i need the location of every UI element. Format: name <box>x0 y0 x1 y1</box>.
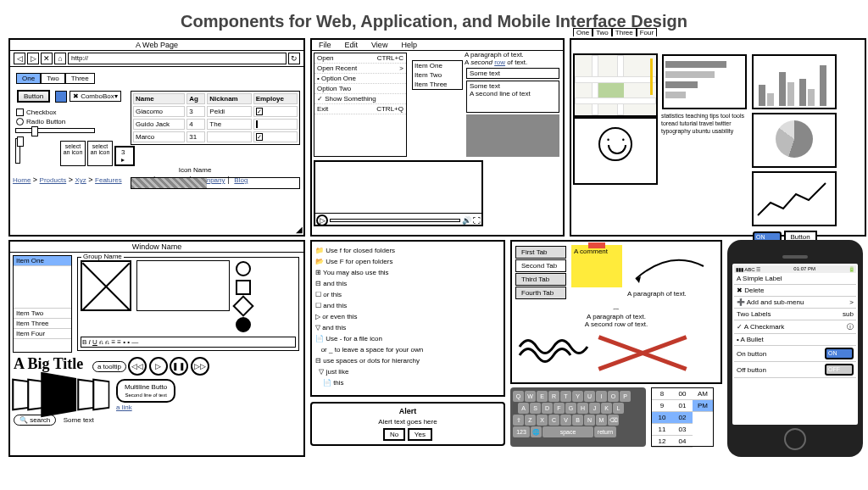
multiline-button[interactable]: Multiline ButtoSecond line of text <box>116 379 175 403</box>
big-title: A Big Title <box>14 355 83 372</box>
tree-view: 📁 Use f for closed folders 📂 Use F for o… <box>315 245 500 388</box>
hslider[interactable] <box>15 128 95 133</box>
home-icon[interactable]: ⌂ <box>54 53 66 64</box>
video-player: ▷ 🔊 ⛶ <box>314 160 483 226</box>
window-mockup: Window Name Item One Item Two Item Three… <box>8 240 305 457</box>
tooltip: a tooltip <box>92 361 126 372</box>
line-chart <box>752 171 837 226</box>
seek-bar[interactable] <box>330 219 460 222</box>
textarea[interactable]: Some text A second line of text <box>466 81 559 113</box>
avatar <box>573 117 658 185</box>
button[interactable]: Button <box>17 90 50 103</box>
tab-three[interactable]: Three <box>65 73 95 84</box>
window-title: Window Name <box>10 242 303 253</box>
menu-row[interactable]: A Simple Label <box>734 273 856 285</box>
window-title: A Web Page <box>10 40 303 51</box>
coverflow[interactable] <box>14 377 109 412</box>
list-item[interactable]: Item One <box>14 256 71 266</box>
menu-row[interactable]: • A Bullet <box>734 334 856 346</box>
menu-edit[interactable]: Edit <box>338 40 365 50</box>
time-picker[interactable]: 89101112 0001020304 AMPM <box>651 387 714 447</box>
square-icon[interactable] <box>236 280 251 295</box>
speaker <box>782 255 808 259</box>
status-bar: ▮▮▮ ABC ☰ 01:07 PM 🔋 <box>734 265 856 273</box>
circle-icon[interactable] <box>236 261 251 276</box>
pie-chart <box>752 113 837 168</box>
yes-button[interactable]: Yes <box>408 428 432 441</box>
fwd-icon[interactable]: ▷ <box>27 53 39 64</box>
menu-item[interactable]: Open CTRL+C <box>314 53 406 64</box>
brace-label: ︷A paragraph of text.A second row of tex… <box>515 303 717 328</box>
list-item[interactable]: Item One <box>413 61 462 70</box>
ffwd-icon[interactable]: ▷▷ <box>191 357 209 376</box>
group-box: Group Name B I U ⎌ ⎌ ≡ ≡ • • — <box>77 257 299 351</box>
text-input[interactable]: Some text <box>466 68 559 79</box>
rewind-icon[interactable]: ◁◁ <box>128 357 147 376</box>
data-table: NameAgNicknamEmploye Giacomo3Peldi✓ Guid… <box>131 91 300 145</box>
tab-two[interactable]: Two <box>41 73 65 84</box>
keyboard[interactable]: QWERTYUIOP ASDFGHJKL ⇧ZXCVBNM⌫ 123🌐space… <box>510 387 646 447</box>
label: Some text <box>64 416 94 424</box>
menu-file[interactable]: File <box>312 40 338 50</box>
table-row: Guido Jack4The <box>133 119 298 130</box>
volume-icon[interactable]: 🔊 <box>462 216 471 225</box>
radio-label: Radio Button <box>26 118 65 125</box>
menu-row[interactable]: ➕ Add and sub-menu> <box>734 297 856 309</box>
filled-circle-icon[interactable] <box>236 317 251 332</box>
play-icon[interactable]: ▷ <box>316 214 328 226</box>
callout: A paragraph of text. <box>627 290 687 298</box>
cross-out <box>600 330 685 372</box>
page-title: Components for Web, Application, and Mob… <box>0 0 868 38</box>
url-field[interactable]: http:// <box>68 53 287 64</box>
play-icon[interactable]: ▷ <box>149 357 168 376</box>
combo-box[interactable]: ✖ComboBox▾ <box>70 91 121 102</box>
menu-help[interactable]: Help <box>394 40 424 50</box>
search-input[interactable]: 🔍 search <box>14 415 56 426</box>
stepper[interactable]: 3 ▸ <box>114 146 135 166</box>
home-button[interactable] <box>784 428 806 450</box>
no-button[interactable]: No <box>383 428 405 441</box>
vertical-tabs: First Tab Second Tab Third Tab Fourth Ta… <box>515 245 566 300</box>
back-icon[interactable]: ◁ <box>14 53 25 64</box>
color-swatch[interactable] <box>55 91 67 103</box>
menu-row[interactable]: ✓ A Checkmarkⓘ <box>734 320 856 334</box>
radio[interactable] <box>16 118 24 125</box>
menu-row[interactable]: On buttonON <box>734 346 856 362</box>
scribble <box>515 330 592 364</box>
arrow-annotation <box>627 245 712 287</box>
phone-mockup: ▮▮▮ ABC ☰ 01:07 PM 🔋 A Simple Label✖ Del… <box>727 240 863 457</box>
icon-picker[interactable]: select an icon <box>87 141 113 166</box>
canvas <box>136 260 230 311</box>
annotations-section: First Tab Second Tab Third Tab Fourth Ta… <box>510 240 722 457</box>
link[interactable]: a link <box>116 404 132 411</box>
diamond-icon[interactable] <box>232 295 253 316</box>
icon-picker[interactable]: select an icon <box>60 141 86 166</box>
tab-one[interactable]: One <box>16 73 41 84</box>
icon-name: Icon Name <box>89 166 301 174</box>
alert-title: Alert <box>399 407 417 415</box>
map[interactable] <box>573 53 658 117</box>
stop-icon[interactable]: ✕ <box>41 53 53 64</box>
menu-row[interactable]: Off buttonOFF <box>734 362 856 378</box>
dropdown-menu: Open CTRL+C Open Recent> • Option One Op… <box>314 53 407 157</box>
tag-cloud: statistics teaching tips tool tools tore… <box>661 112 748 135</box>
shapes-palette <box>235 260 252 335</box>
reload-icon[interactable]: ↻ <box>288 53 300 64</box>
menu-row[interactable]: ✖ Delete <box>734 285 856 297</box>
menus-panel: File Edit View Help Open CTRL+C Open Rec… <box>310 38 565 237</box>
menu-row[interactable]: Two Labelssub <box>734 309 856 320</box>
sticky-note[interactable]: A comment <box>571 245 622 287</box>
menu-view[interactable]: View <box>364 40 394 50</box>
format-toolbar[interactable]: B I U ⎌ ⎌ ≡ ≡ • • — <box>81 337 296 348</box>
charts-panel: One Two Three Four statistics teaching t… <box>570 38 866 237</box>
vslider[interactable] <box>15 138 20 164</box>
alert-dialog: Alert Alert text goes here No Yes <box>310 402 505 446</box>
fullscreen-icon[interactable]: ⛶ <box>473 216 481 225</box>
listbox: Item One Item Two Item Three <box>412 60 463 90</box>
vbar-chart <box>752 54 837 109</box>
checkbox[interactable] <box>16 109 24 116</box>
table-row: Giacomo3Peldi✓ <box>133 106 298 117</box>
breadcrumb[interactable]: Home <box>13 176 31 184</box>
resize-handle[interactable]: ◢ <box>296 225 303 234</box>
pause-icon[interactable]: ❚❚ <box>170 357 188 376</box>
